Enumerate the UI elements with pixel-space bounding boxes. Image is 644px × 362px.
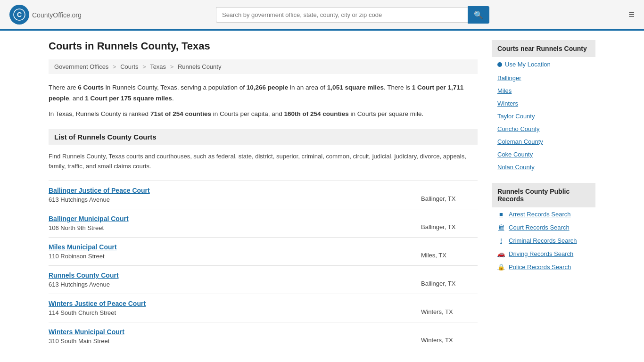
- public-record-link[interactable]: 🚗Driving Records Search: [492, 247, 595, 260]
- nearby-section: Courts near Runnels County Use My Locati…: [492, 40, 595, 173]
- court-name[interactable]: Ballinger Municipal Court: [49, 215, 421, 222]
- nearby-link[interactable]: Coke County: [492, 148, 595, 161]
- breadcrumb-county[interactable]: Runnels County: [178, 63, 222, 70]
- pr-label: Driving Records Search: [509, 250, 573, 257]
- public-records-title: Runnels County Public Records: [492, 183, 595, 207]
- court-item-inner: Ballinger Justice of Peace Court 613 Hut…: [49, 187, 478, 203]
- location-dot-icon: [497, 62, 502, 67]
- court-name[interactable]: Winters Municipal Court: [49, 328, 421, 336]
- logo-text: CountyOffice.org: [32, 10, 82, 20]
- pr-icon: !: [497, 237, 505, 244]
- sidebar: Courts near Runnels County Use My Locati…: [492, 40, 595, 350]
- court-item: Miles Municipal Court 110 Robinson Stree…: [49, 237, 478, 265]
- list-header: List of Runnels County Courts: [49, 129, 478, 145]
- nearby-links: BallingerMilesWintersTaylor CountyConcho…: [492, 72, 595, 173]
- menu-icon[interactable]: ≡: [628, 8, 635, 21]
- court-item-inner: Ballinger Municipal Court 106 North 9th …: [49, 215, 478, 231]
- breadcrumb-texas[interactable]: Texas: [150, 63, 166, 70]
- main-layout: Courts in Runnels County, Texas Governme…: [39, 31, 605, 350]
- court-city: Miles, TX: [421, 243, 478, 259]
- court-item-inner: Miles Municipal Court 110 Robinson Stree…: [49, 243, 478, 260]
- court-name[interactable]: Miles Municipal Court: [49, 243, 421, 251]
- court-name[interactable]: Ballinger Justice of Peace Court: [49, 187, 421, 194]
- logo-name: CountyOffice: [32, 11, 70, 19]
- pr-label: Arrest Records Search: [509, 211, 571, 218]
- court-item: Runnels County Court 613 Hutchings Avenu…: [49, 265, 478, 294]
- logo-icon: C: [9, 5, 29, 25]
- public-records-links: ■Arrest Records Search🏛Court Records Sea…: [492, 207, 595, 273]
- bold-per-miles: 1 Court per 175 square miles: [85, 95, 172, 102]
- court-left: Ballinger Justice of Peace Court 613 Hut…: [49, 187, 421, 203]
- breadcrumb-gov-offices[interactable]: Government Offices: [54, 63, 108, 70]
- court-item: Winters Justice of Peace Court 114 South…: [49, 294, 478, 322]
- nearby-link[interactable]: Winters: [492, 97, 595, 110]
- court-name[interactable]: Winters Justice of Peace Court: [49, 300, 421, 307]
- court-city: Ballinger, TX: [421, 272, 478, 287]
- bold-rank1: 71st of 254 counties: [150, 110, 211, 117]
- bold-rank2: 160th of 254 counties: [284, 110, 349, 117]
- page-title: Courts in Runnels County, Texas: [49, 40, 478, 52]
- court-item: Ballinger Justice of Peace Court 613 Hut…: [49, 181, 478, 209]
- nearby-link[interactable]: Coleman County: [492, 135, 595, 148]
- nearby-link[interactable]: Nolan County: [492, 161, 595, 173]
- search-area: 🔍: [216, 6, 489, 24]
- logo-area: C CountyOffice.org: [9, 5, 82, 25]
- court-address: 613 Hutchings Avenue: [49, 196, 421, 203]
- public-record-link[interactable]: !Criminal Records Search: [492, 234, 595, 247]
- court-address: 310 South Main Street: [49, 337, 421, 345]
- court-address: 114 South Church Street: [49, 309, 421, 316]
- pr-icon: ■: [497, 210, 505, 218]
- court-city: Ballinger, TX: [421, 215, 478, 230]
- court-address: 110 Robinson Street: [49, 253, 421, 260]
- court-item: Ballinger Municipal Court 106 North 9th …: [49, 209, 478, 237]
- content-area: Courts in Runnels County, Texas Governme…: [49, 40, 478, 350]
- public-record-link[interactable]: 🔒Police Records Search: [492, 260, 595, 273]
- ranked-text: In Texas, Runnels County is ranked 71st …: [49, 109, 478, 120]
- nearby-title: Courts near Runnels County: [492, 40, 595, 57]
- nearby-link[interactable]: Miles: [492, 84, 595, 97]
- public-record-link[interactable]: 🏛Court Records Search: [492, 221, 595, 234]
- court-name[interactable]: Runnels County Court: [49, 272, 421, 279]
- logo-suffix: .org: [70, 11, 82, 19]
- pr-label: Criminal Records Search: [509, 237, 577, 244]
- pr-label: Police Records Search: [509, 263, 571, 271]
- court-left: Winters Justice of Peace Court 114 South…: [49, 300, 421, 316]
- court-left: Winters Municipal Court 310 South Main S…: [49, 328, 421, 345]
- summary-text: There are 6 Courts in Runnels County, Te…: [49, 82, 478, 104]
- header: C CountyOffice.org 🔍 ≡: [0, 0, 644, 31]
- nearby-link[interactable]: Taylor County: [492, 110, 595, 123]
- pr-label: Court Records Search: [509, 224, 570, 231]
- list-description: Find Runnels County, Texas courts and co…: [49, 152, 478, 172]
- court-address: 106 North 9th Street: [49, 224, 421, 231]
- public-records-section: Runnels County Public Records ■Arrest Re…: [492, 183, 595, 273]
- court-item-inner: Runnels County Court 613 Hutchings Avenu…: [49, 272, 478, 288]
- nearby-link[interactable]: Ballinger: [492, 72, 595, 84]
- courts-list: Ballinger Justice of Peace Court 613 Hut…: [49, 181, 478, 350]
- bold-area: 1,051 square miles: [327, 84, 384, 91]
- nearby-link[interactable]: Concho County: [492, 123, 595, 135]
- public-record-link[interactable]: ■Arrest Records Search: [492, 207, 595, 221]
- court-address: 613 Hutchings Avenue: [49, 281, 421, 288]
- court-left: Runnels County Court 613 Hutchings Avenu…: [49, 272, 421, 288]
- court-item-inner: Winters Justice of Peace Court 114 South…: [49, 300, 478, 316]
- court-city: Ballinger, TX: [421, 187, 478, 202]
- bold-population: 10,266 people: [247, 84, 289, 91]
- court-item-inner: Winters Municipal Court 310 South Main S…: [49, 328, 478, 345]
- court-city: Winters, TX: [421, 300, 478, 315]
- court-city: Winters, TX: [421, 328, 478, 344]
- court-left: Ballinger Municipal Court 106 North 9th …: [49, 215, 421, 231]
- court-item: Winters Municipal Court 310 South Main S…: [49, 322, 478, 350]
- pr-icon: 🚗: [497, 250, 505, 257]
- pr-icon: 🔒: [497, 263, 505, 271]
- use-location-label: Use My Location: [505, 61, 551, 68]
- pr-icon: 🏛: [497, 223, 505, 231]
- bold-courts: 6 Courts: [78, 84, 104, 91]
- svg-text:C: C: [17, 11, 22, 18]
- court-left: Miles Municipal Court 110 Robinson Stree…: [49, 243, 421, 260]
- use-location-button[interactable]: Use My Location: [492, 57, 595, 72]
- breadcrumb-courts[interactable]: Courts: [120, 63, 138, 70]
- breadcrumb: Government Offices > Courts > Texas > Ru…: [49, 59, 478, 74]
- search-input[interactable]: [216, 7, 468, 23]
- search-button[interactable]: 🔍: [468, 6, 489, 24]
